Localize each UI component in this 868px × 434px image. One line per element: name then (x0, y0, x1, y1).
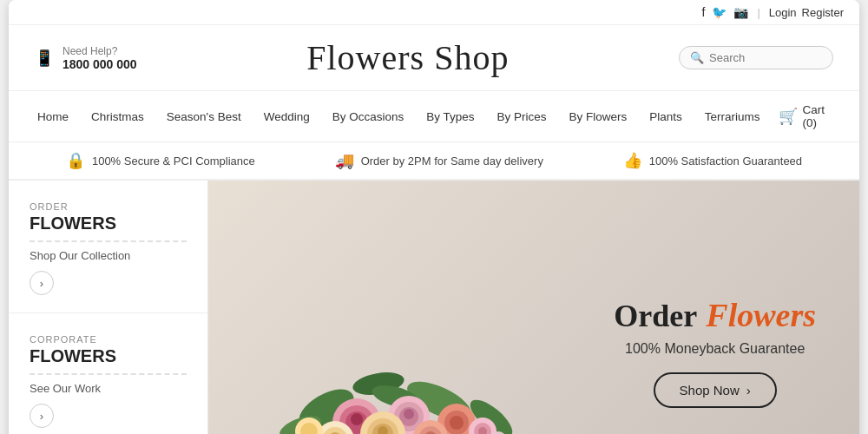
benefit-delivery-text: Order by 2PM for Same day delivery (361, 155, 543, 168)
nav-item-terrariums[interactable]: Terrariums (694, 98, 772, 135)
need-help-text: Need Help? (62, 45, 137, 57)
header-contact: 📱 Need Help? 1800 000 000 (35, 45, 137, 71)
benefit-satisfaction: 👍 100% Satisfaction Guaranteed (623, 151, 802, 170)
nav-item-by-occasions[interactable]: By Occasions (321, 98, 416, 135)
nav-item-plants[interactable]: Plants (638, 98, 694, 135)
benefit-delivery: 🚚 Order by 2PM for Same day delivery (335, 151, 543, 170)
main-content: ORDER FLOWERS Shop Our Collection › CORP… (9, 181, 859, 434)
twitter-icon[interactable]: 🐦 (712, 5, 727, 19)
nav-item-christmas[interactable]: Christmas (80, 98, 155, 135)
phone-icon: 📱 (35, 49, 54, 68)
benefit-secure: 🔒 100% Secure & PCI Compliance (66, 151, 255, 170)
site-title: Flowers Shop (306, 37, 509, 78)
flowers-svg (222, 271, 552, 434)
cart-label: Cart (0) (803, 103, 835, 129)
facebook-icon[interactable]: f (701, 5, 705, 19)
browser-frame: f 🐦 📷 | Login Register 📱 Need Help? 1800… (9, 0, 859, 434)
truck-icon: 🚚 (335, 151, 354, 170)
svg-point-19 (351, 413, 363, 425)
hero-flowers-text: Flowers (706, 296, 816, 334)
header-search: 🔍 (679, 46, 833, 69)
sidebar-see-work-link[interactable]: See Our Work (30, 382, 187, 395)
nav-item-by-flowers[interactable]: By Flowers (558, 98, 639, 135)
cart-button[interactable]: 🛒 Cart (0) (772, 91, 842, 141)
top-bar: f 🐦 📷 | Login Register (9, 0, 859, 25)
lock-icon: 🔒 (66, 151, 85, 170)
site-header: 📱 Need Help? 1800 000 000 Flowers Shop 🔍 (9, 25, 859, 91)
sidebar-corporate-arrow-btn[interactable]: › (30, 404, 54, 428)
sidebar-section-order-flowers: ORDER FLOWERS Shop Our Collection › (9, 181, 207, 313)
nav-item-by-prices[interactable]: By Prices (486, 98, 558, 135)
phone-number: 1800 000 000 (62, 57, 137, 71)
instagram-icon[interactable]: 📷 (733, 5, 748, 19)
register-link[interactable]: Register (802, 6, 844, 19)
sidebar-section-corporate-flowers: CORPORATE FLOWERS See Our Work › (9, 313, 207, 434)
topbar-divider: | (757, 6, 760, 19)
main-nav: Home Christmas Season's Best Wedding By … (9, 91, 859, 142)
nav-item-by-types[interactable]: By Types (415, 98, 485, 135)
sidebar-shop-collection-link[interactable]: Shop Our Collection (30, 249, 187, 262)
benefits-bar: 🔒 100% Secure & PCI Compliance 🚚 Order b… (9, 142, 859, 181)
benefit-satisfaction-text: 100% Satisfaction Guaranteed (649, 155, 802, 168)
login-link[interactable]: Login (769, 6, 797, 19)
sidebar-order-label: ORDER (30, 201, 187, 212)
thumbsup-icon: 👍 (623, 151, 642, 170)
sidebar-corporate-label: CORPORATE (30, 334, 187, 345)
svg-point-23 (404, 409, 414, 419)
svg-point-33 (450, 416, 464, 430)
top-bar-auth-links: Login Register (769, 6, 844, 19)
sidebar-divider-1 (30, 240, 187, 242)
search-icon: 🔍 (690, 51, 704, 64)
hero-flowers-image (208, 181, 567, 434)
social-icons: f 🐦 📷 (701, 5, 748, 19)
search-box[interactable]: 🔍 (679, 46, 833, 69)
shop-now-arrow: › (746, 383, 751, 398)
nav-item-seasons-best[interactable]: Season's Best (155, 98, 253, 135)
nav-item-wedding[interactable]: Wedding (253, 98, 321, 135)
sidebar-corporate-title: FLOWERS (30, 346, 187, 366)
shop-now-button[interactable]: Shop Now › (654, 372, 777, 408)
sidebar-order-title: FLOWERS (30, 214, 187, 233)
hero-section: Order Flowers 100% Moneyback Guarantee S… (208, 181, 859, 434)
hero-subtitle: 100% Moneyback Guarantee (614, 341, 816, 357)
sidebar-order-arrow-btn[interactable]: › (30, 271, 54, 295)
shop-now-label: Shop Now (680, 383, 740, 398)
hero-order-text: Order (614, 298, 697, 334)
sidebar-divider-2 (30, 373, 187, 375)
nav-item-home[interactable]: Home (26, 98, 80, 135)
search-input[interactable] (709, 51, 822, 64)
benefit-secure-text: 100% Secure & PCI Compliance (92, 155, 255, 168)
hero-text-block: Order Flowers 100% Moneyback Guarantee S… (614, 296, 859, 408)
sidebar: ORDER FLOWERS Shop Our Collection › CORP… (9, 181, 208, 434)
cart-icon: 🛒 (779, 107, 798, 126)
